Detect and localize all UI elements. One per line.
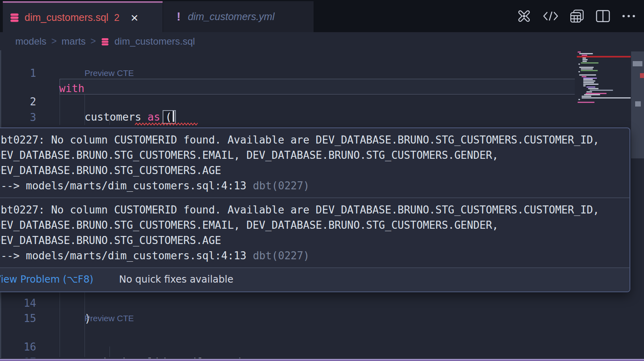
minimap[interactable] [577, 51, 632, 124]
minimap-line [588, 88, 599, 89]
minimap-line [579, 67, 594, 68]
minimap-line [579, 74, 596, 76]
minimap-line [590, 90, 613, 91]
error-source: dbt(0227) [253, 180, 310, 192]
tab-label: dim_customers.yml [188, 11, 275, 23]
breadcrumb: models > marts > dim_customers.sql [0, 32, 644, 50]
tab-dirty-count: 2 [114, 12, 119, 23]
vertical-scrollbar[interactable] [631, 50, 644, 361]
codelens-preview-cte[interactable]: Preview CTE [85, 313, 134, 324]
bottom-panel-divider [0, 358, 644, 361]
minimap-line [583, 84, 599, 85]
minimap-line [578, 102, 594, 103]
breadcrumb-file[interactable]: dim_customers.sql [114, 36, 195, 47]
error-location-line: --> models/marts/dim_customers.sql:4:13d… [0, 248, 621, 263]
indent-guide [60, 288, 60, 357]
minimap-line [584, 94, 600, 95]
minimap-line [579, 53, 593, 54]
indent-guide [109, 116, 110, 125]
minimap-line [583, 82, 594, 83]
breadcrumb-models[interactable]: models [15, 36, 46, 47]
minimap-line [578, 99, 580, 100]
database-icon [101, 36, 109, 46]
dbt-logo-icon[interactable] [517, 9, 531, 23]
code-line-16[interactable]: 16 , check_valid_emails as ( [0, 324, 575, 339]
view-problem-link[interactable]: View Problem (⌥F8) [0, 272, 93, 287]
error-block-2: dbt0227: No column CUSTOMERID found. Ava… [0, 197, 630, 267]
minimap-line [578, 71, 580, 72]
minimap-line [586, 91, 592, 92]
close-icon[interactable]: × [131, 11, 138, 24]
hover-status-bar: View Problem (⌥F8) No quick fixes availa… [0, 267, 630, 291]
code-line-15[interactable]: 15 [0, 295, 575, 311]
no-quick-fixes-label: No quick fixes available [119, 272, 233, 287]
code-line-1[interactable]: 1 with [0, 50, 575, 66]
error-squiggle [135, 123, 198, 126]
code-line-3[interactable]: 3 select [0, 94, 575, 110]
minimap-line [582, 59, 588, 60]
minimap-line [578, 51, 581, 53]
tab-label: dim_customers.sql [25, 12, 108, 23]
minimap-line [582, 61, 587, 62]
code-line-2[interactable]: 2 customers as( [0, 79, 575, 94]
error-message-line: DEV_DATABASE.BRUNO.STG_CUSTOMERS.AGE [0, 163, 621, 178]
codelens-preview-cte[interactable]: Preview CTE [85, 68, 134, 79]
error-message-line: DEV_DATABASE.BRUNO.STG_CUSTOMERS.EMAIL, … [0, 217, 621, 233]
editor-actions [517, 0, 636, 32]
error-message-line: dbt0227: No column CUSTOMERID found. Ava… [0, 202, 621, 217]
minimap-line [581, 70, 598, 71]
scrollbar-error-decoration [640, 73, 644, 78]
breadcrumb-marts[interactable]: marts [62, 36, 86, 47]
chevron-right-icon: > [51, 36, 56, 47]
query-results-table-icon[interactable] [570, 9, 584, 23]
minimap-line [583, 80, 595, 82]
error-message-line: dbt0227: No column CUSTOMERID found. Ava… [0, 132, 621, 148]
indent-guide [85, 94, 85, 125]
error-message-line: DEV_DATABASE.BRUNO.STG_CUSTOMERS.EMAIL, … [0, 148, 621, 163]
more-actions-icon[interactable] [621, 14, 636, 18]
editor-window: dim_customers.sql 2 × ! dim_customers.ym… [0, 0, 644, 361]
indent-guide [60, 94, 60, 125]
inline-code-icon[interactable] [543, 10, 559, 22]
scrollbar-decoration [635, 101, 641, 107]
error-block-1: dbt0227: No column CUSTOMERID found. Ava… [0, 128, 630, 197]
error-exclamation-icon: ! [177, 10, 181, 23]
indent-guide [85, 288, 85, 357]
minimap-line [581, 62, 599, 64]
minimap-line [583, 79, 593, 80]
minimap-line [582, 57, 586, 59]
error-location-line: --> models/marts/dim_customers.sql:4:13d… [0, 178, 621, 193]
code-line-17[interactable]: 17 select [0, 339, 575, 355]
minimap-line [581, 68, 593, 70]
minimap-line [582, 96, 591, 97]
scrollbar-decoration [633, 61, 642, 66]
minimap-line [583, 85, 586, 86]
error-source: dbt(0227) [253, 250, 310, 262]
minimap-line [582, 97, 631, 98]
database-icon [9, 12, 20, 23]
tab-bar: dim_customers.sql 2 × ! dim_customers.ym… [0, 0, 644, 32]
minimap-line [586, 86, 595, 88]
minimap-line [578, 64, 580, 65]
split-editor-icon[interactable] [596, 10, 610, 23]
code-line-4[interactable]: 4 customerId [0, 110, 575, 125]
tab-dim-customers-yml[interactable]: ! dim_customers.yml [163, 1, 314, 32]
minimap-line [582, 76, 586, 77]
indent-guide [109, 347, 110, 357]
tab-dim-customers-sql[interactable]: dim_customers.sql 2 × [3, 1, 163, 32]
error-message-line: DEV_DATABASE.BRUNO.STG_CUSTOMERS.AGE [0, 233, 621, 248]
error-hover-tooltip: dbt0227: No column CUSTOMERID found. Ava… [0, 127, 630, 292]
chevron-right-icon: > [91, 36, 96, 47]
